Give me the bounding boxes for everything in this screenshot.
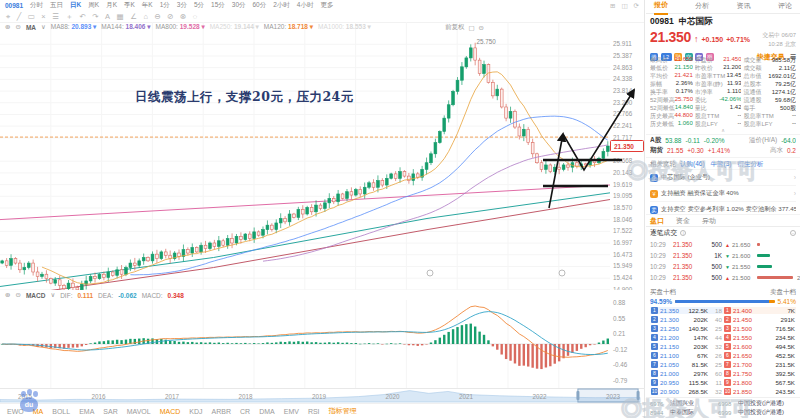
ask-level-1[interactable]: 121.4007K bbox=[723, 307, 796, 314]
ask-level-9[interactable]: 921.800567.5K bbox=[723, 379, 796, 386]
candlestick-chart[interactable]: 25.91125.38724.86324.33823.81423.29022.7… bbox=[0, 22, 645, 291]
toolbar-icon-1[interactable]: ◫ bbox=[621, 2, 627, 10]
period-tab-1分[interactable]: 1分 bbox=[160, 1, 170, 10]
subtab-异动[interactable]: 异动 bbox=[702, 216, 716, 226]
bid-level-9[interactable]: 920.950115.5K11 bbox=[650, 379, 723, 386]
indicator-tab-EMV[interactable]: EMV bbox=[284, 408, 299, 415]
indicator-tab-RSI[interactable]: RSI bbox=[308, 408, 320, 415]
period-tab-日K[interactable]: 日K bbox=[70, 1, 81, 10]
indicator-tab-DMA[interactable]: DMA bbox=[259, 408, 275, 415]
panel-tab-资讯[interactable]: 资讯 bbox=[737, 0, 751, 14]
bid-level-8[interactable]: 821.000297K60 bbox=[650, 370, 723, 377]
panel-tab-分析[interactable]: 分析 bbox=[695, 0, 709, 14]
period-tab-月K[interactable]: 月K bbox=[106, 1, 117, 10]
draw-tool-icon-15[interactable]: ◌ bbox=[193, 12, 197, 21]
settings-icon[interactable]: ⊙ bbox=[479, 24, 484, 32]
draw-tool-icon-5[interactable]: ＋ bbox=[65, 12, 73, 22]
subtab-盘口[interactable]: 盘口 bbox=[650, 216, 664, 226]
indicator-tab-SAR[interactable]: SAR bbox=[103, 408, 117, 415]
collapse-icon[interactable]: − bbox=[790, 230, 796, 236]
draw-tool-icon-3[interactable]: × bbox=[41, 12, 45, 21]
toolbar-icon-0[interactable]: ⊞ bbox=[610, 2, 615, 10]
period-tab-3分[interactable]: 3分 bbox=[177, 1, 187, 10]
adjust-mode-label[interactable]: 前复权 bbox=[445, 23, 465, 32]
main-chart-canvas[interactable]: 25.91125.38724.86324.33823.81423.29022.7… bbox=[0, 22, 645, 290]
draw-tool-icon-10[interactable]: ∠ bbox=[130, 12, 137, 21]
warrant-link-认购(46)[interactable]: 认购(46) bbox=[680, 160, 705, 169]
ask-level-3[interactable]: 321.500716.5K bbox=[723, 325, 796, 332]
indicator-tab-MAVOL[interactable]: MAVOL bbox=[127, 408, 151, 415]
period-tab-4小时[interactable]: 4小时 bbox=[297, 1, 314, 10]
draw-tool-icon-0[interactable]: ⌖ bbox=[6, 12, 10, 22]
a-share-row[interactable]: A股 53.88 -0.11 -0.20% 溢价(H/A) -64.0 bbox=[646, 134, 800, 145]
fullscreen-icon[interactable]: ▢ bbox=[468, 24, 474, 32]
period-tab-5分[interactable]: 5分 bbox=[194, 1, 204, 10]
draw-tool-icon-8[interactable]: A bbox=[105, 12, 110, 21]
draw-tool-icon-12[interactable]: ⊖ bbox=[154, 12, 160, 21]
draw-tool-icon-11[interactable]: ⌂ bbox=[143, 12, 148, 21]
indicator-tab-KDJ[interactable]: KDJ bbox=[189, 408, 202, 415]
bid-level-6[interactable]: 621.10067K26 bbox=[650, 352, 723, 359]
gear-icon[interactable]: ⊛ bbox=[5, 291, 10, 299]
period-tab-年K[interactable]: 年K bbox=[142, 1, 153, 10]
indicator-tab-EWO[interactable]: EWO bbox=[7, 408, 24, 415]
bid-level-2[interactable]: 221.300202K40 bbox=[650, 316, 723, 323]
panel-tab-评论[interactable]: 评论 bbox=[778, 0, 792, 14]
ask-level-6[interactable]: 621.650452.5K bbox=[723, 352, 796, 359]
eye-icon[interactable]: ⊙ bbox=[15, 291, 20, 299]
ask-level-5[interactable]: 521.600494.5K bbox=[723, 343, 796, 350]
futures-row[interactable]: 期货 21.55 +0.30 +1.41% 高水 0.2 bbox=[646, 145, 800, 156]
indicator-tab-EMA[interactable]: EMA bbox=[79, 408, 94, 415]
ma-name[interactable]: MA bbox=[26, 24, 36, 31]
timeline-navigator[interactable]: 201520162017201820192020202120222023 bbox=[0, 388, 645, 404]
period-tab-分时[interactable]: 分时 bbox=[30, 1, 43, 10]
indicator-tab-BOLL[interactable]: BOLL bbox=[52, 408, 70, 415]
info-card-0[interactable]: 企中芯国际 (企业号)› bbox=[650, 169, 796, 185]
draw-tool-icon-7[interactable]: ↷ bbox=[92, 12, 98, 21]
draw-tool-icon-9[interactable]: ▦ bbox=[117, 12, 124, 21]
info-icon[interactable]: i bbox=[680, 230, 686, 236]
subtab-资金[interactable]: 资金 bbox=[676, 216, 690, 226]
warrant-link-衍生分析[interactable]: 衍生分析 bbox=[738, 160, 764, 169]
info-card-1[interactable]: ¥支持融资 融资保证金率 40%› bbox=[650, 185, 796, 201]
chevron-down-icon[interactable]: ∨ bbox=[41, 23, 46, 31]
ask-level-4[interactable]: 421.550234.5K bbox=[723, 334, 796, 341]
navigator-canvas[interactable]: 201520162017201820192020202120222023 bbox=[0, 388, 645, 403]
period-tab-五日[interactable]: 五日 bbox=[50, 1, 63, 10]
period-tab-周K[interactable]: 周K bbox=[88, 1, 99, 10]
ask-level-7[interactable]: 721.700231.5K bbox=[723, 361, 796, 368]
bid-level-7[interactable]: 721.05081.5K25 bbox=[650, 361, 723, 368]
bid-level-10[interactable]: 1020.900268.5K32 bbox=[650, 388, 723, 395]
period-tab-2小时[interactable]: 2小时 bbox=[273, 1, 290, 10]
eye-icon[interactable]: ⊙ bbox=[15, 23, 20, 31]
period-tab-60分[interactable]: 60分 bbox=[253, 1, 267, 10]
indicator-tab-MA[interactable]: MA bbox=[33, 408, 44, 415]
gear-icon[interactable]: ⊛ bbox=[5, 23, 10, 31]
ask-level-10[interactable]: 1021.850243.5K bbox=[723, 388, 796, 395]
period-tab-更多[interactable]: 更多 bbox=[320, 1, 333, 10]
chevron-down-icon[interactable]: ∨ bbox=[50, 291, 55, 299]
bid-level-3[interactable]: 321.250140.5K25 bbox=[650, 325, 723, 332]
warrant-link-牛熊(3)[interactable]: 牛熊(3) bbox=[711, 160, 732, 169]
bid-level-5[interactable]: 521.150203K32 bbox=[650, 343, 723, 350]
period-tab-季K[interactable]: 季K bbox=[124, 1, 135, 10]
ask-level-8[interactable]: 821.750392.5K bbox=[723, 370, 796, 377]
indicator-tab-CR[interactable]: CR bbox=[240, 408, 250, 415]
draw-tool-icon-1[interactable]: ╱ bbox=[17, 12, 22, 21]
indicator-tab-MACD[interactable]: MACD bbox=[160, 408, 181, 415]
draw-tool-icon-13[interactable]: ⊘ bbox=[167, 12, 173, 21]
draw-tool-icon-2[interactable]: ▭ bbox=[28, 12, 35, 21]
period-tab-15分[interactable]: 15分 bbox=[211, 1, 225, 10]
draw-tool-icon-4[interactable]: ☰ bbox=[52, 12, 59, 21]
toolbar-icon-2[interactable]: ⟳ bbox=[634, 2, 639, 10]
macd-name[interactable]: MACD bbox=[26, 292, 46, 299]
period-tab-30分[interactable]: 30分 bbox=[232, 1, 246, 10]
navigator-selection[interactable] bbox=[578, 389, 638, 402]
indicator-tab-指标管理[interactable]: 指标管理 bbox=[329, 406, 357, 416]
macd-canvas[interactable]: 0.880.550.21-0.12-0.46-0.79 bbox=[0, 300, 645, 388]
macd-chart[interactable]: 0.880.550.21-0.12-0.46-0.79 bbox=[0, 300, 645, 389]
bid-level-4[interactable]: 421.200147K44 bbox=[650, 334, 723, 341]
draw-tool-icon-14[interactable]: ⊗ bbox=[180, 12, 186, 21]
ask-level-2[interactable]: 221.450291K bbox=[723, 316, 796, 323]
panel-tab-报价[interactable]: 报价 bbox=[654, 0, 668, 15]
